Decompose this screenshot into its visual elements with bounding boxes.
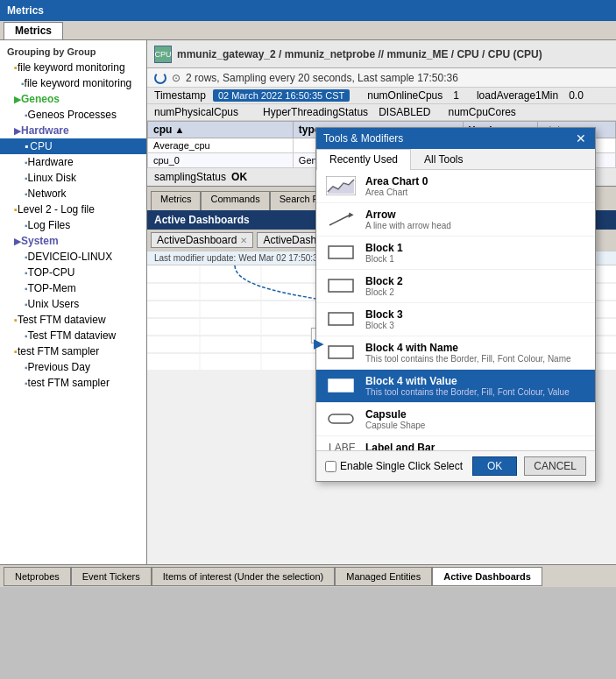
tool-area-chart-info: Area Chart 0 Area Chart — [365, 175, 586, 197]
tab-recently-used[interactable]: Recently Used — [316, 149, 411, 170]
svg-rect-19 — [329, 414, 353, 423]
block3-svg — [326, 309, 356, 329]
block2-svg — [326, 276, 356, 295]
block4name-svg — [326, 343, 356, 362]
single-click-checkbox[interactable] — [325, 461, 336, 472]
tool-arrow-name: Arrow — [365, 209, 586, 221]
tool-block4name-info: Block 4 with Name This tool contains the… — [365, 342, 586, 364]
tool-block-3[interactable]: Block 3 Block 3 — [316, 303, 595, 336]
tool-block-4-value[interactable]: Block 4 with Value This tool contains th… — [316, 370, 595, 403]
capsule-svg — [326, 409, 356, 428]
dialog-close-button[interactable]: ✕ — [574, 131, 588, 145]
dialog-title: Tools & Modifiers — [323, 132, 403, 145]
tool-block-1[interactable]: Block 1 Block 1 — [316, 237, 595, 270]
tool-capsule-info: Capsule Capsule Shape — [365, 408, 586, 430]
tool-label-bar-info: Label and Bar A label over a bar, with c… — [365, 442, 586, 450]
dialog-tabs: Recently Used All Tools — [316, 149, 595, 170]
tool-label-bar[interactable]: LABEL Label and Bar A label over a bar, … — [316, 436, 595, 450]
block2-icon — [325, 275, 357, 296]
svg-line-12 — [329, 215, 350, 225]
arrow-svg — [326, 209, 356, 229]
ok-button[interactable]: OK — [472, 456, 517, 476]
svg-marker-10 — [328, 180, 354, 194]
tool-block2-name: Block 2 — [365, 275, 586, 287]
svg-rect-15 — [329, 279, 353, 292]
tool-block4value-desc: This tool contains the Border, Fill, Fon… — [365, 387, 586, 397]
tools-list: Area Chart 0 Area Chart Arrow A line wit… — [316, 170, 595, 450]
dialog-footer: Enable Single Click Select OK CANCEL — [316, 450, 595, 481]
svg-rect-14 — [329, 246, 353, 258]
area-chart-svg — [326, 176, 356, 195]
svg-rect-18 — [329, 379, 353, 392]
tool-area-chart-name: Area Chart 0 — [365, 175, 586, 187]
tool-block1-desc: Block 1 — [365, 254, 586, 264]
tool-block1-info: Block 1 Block 1 — [365, 242, 586, 264]
tool-block-2[interactable]: Block 2 Block 2 — [316, 270, 595, 303]
block4value-svg — [326, 376, 356, 395]
label-bar-icon: LABEL — [325, 442, 357, 450]
tool-area-chart-0[interactable]: Area Chart 0 Area Chart — [316, 170, 595, 203]
cancel-button[interactable]: CANCEL — [524, 456, 586, 476]
area-chart-icon — [325, 175, 357, 196]
tool-capsule-desc: Capsule Shape — [365, 421, 586, 430]
tool-capsule[interactable]: Capsule Capsule Shape — [316, 403, 595, 436]
tab-all-tools[interactable]: All Tools — [411, 149, 476, 169]
arrow-tool-icon — [325, 209, 357, 230]
block3-icon — [325, 308, 357, 329]
tool-block3-name: Block 3 — [365, 308, 586, 321]
tool-arrow-desc: A line with arrow head — [365, 221, 586, 230]
tool-block3-info: Block 3 Block 3 — [365, 308, 586, 330]
tool-block1-name: Block 1 — [365, 242, 586, 254]
block4name-icon — [325, 342, 357, 363]
block4value-icon — [325, 375, 357, 396]
tool-block4value-name: Block 4 with Value — [365, 375, 586, 387]
selection-arrow-indicator: ▶ — [314, 336, 323, 350]
tools-dialog: Tools & Modifiers ✕ Recently Used All To… — [315, 127, 596, 482]
svg-text:LABEL: LABEL — [329, 442, 356, 450]
tool-arrow[interactable]: Arrow A line with arrow head — [316, 203, 595, 237]
block1-svg — [326, 243, 356, 262]
tool-area-chart-desc: Area Chart — [365, 187, 586, 197]
tool-block-4-name[interactable]: Block 4 with Name This tool contains the… — [316, 336, 595, 370]
svg-rect-17 — [329, 346, 353, 358]
modal-overlay: Tools & Modifiers ✕ Recently Used All To… — [0, 0, 616, 679]
dialog-titlebar: Tools & Modifiers ✕ — [316, 128, 595, 149]
tool-arrow-info: Arrow A line with arrow head — [365, 209, 586, 230]
tool-block4name-desc: This tool contains the Border, Fill, Fon… — [365, 354, 586, 364]
tool-block4value-info: Block 4 with Value This tool contains th… — [365, 375, 586, 397]
tool-capsule-name: Capsule — [365, 408, 586, 421]
tool-label-bar-name: Label and Bar — [365, 442, 586, 450]
label-bar-svg: LABEL — [326, 442, 356, 450]
tool-block3-desc: Block 3 — [365, 321, 586, 330]
capsule-icon — [325, 408, 357, 429]
tool-block2-desc: Block 2 — [365, 287, 586, 297]
svg-rect-16 — [329, 313, 353, 325]
single-click-checkbox-label[interactable]: Enable Single Click Select — [325, 460, 465, 472]
block1-icon — [325, 242, 357, 263]
tool-block4name-name: Block 4 with Name — [365, 342, 586, 354]
tool-block2-info: Block 2 Block 2 — [365, 275, 586, 297]
